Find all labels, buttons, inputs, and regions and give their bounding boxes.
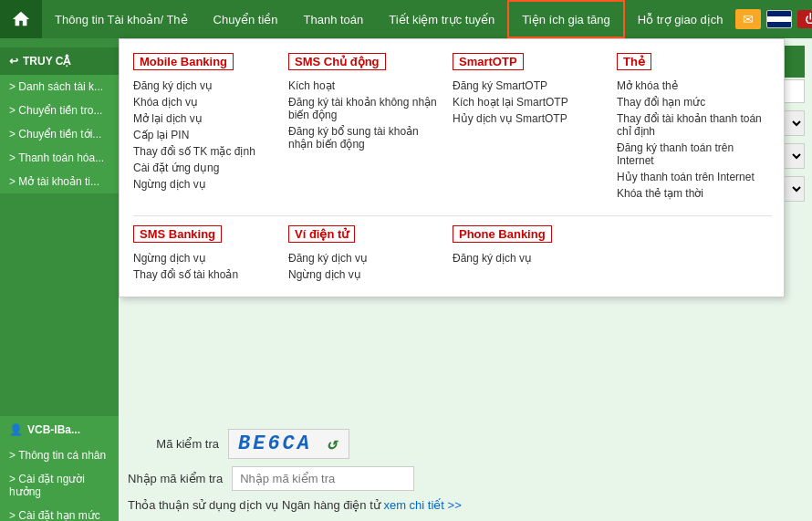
nav-savings[interactable]: Tiết kiệm trực tuyến xyxy=(376,0,507,38)
menu-item[interactable]: Đăng ký bổ sung tài khoản nhận biến động xyxy=(288,123,443,152)
menu-item[interactable]: Đăng ký tài khoản không nhận biến động xyxy=(288,94,443,123)
terms-row: Thỏa thuận sử dụng dịch vụ Ngân hàng điệ… xyxy=(128,498,620,512)
sidebar-item-transfer-internal[interactable]: Chuyển tiền tro... xyxy=(0,99,119,122)
menu-item[interactable]: Đăng ký dịch vụ xyxy=(453,250,608,266)
middle-content: Mobile Banking Đăng ký dịch vụ Khóa dịch… xyxy=(119,38,630,521)
captcha-refresh-icon[interactable]: ↺ xyxy=(327,435,339,453)
mail-icon[interactable]: ✉ xyxy=(735,9,761,29)
sidebar-item-profile[interactable]: Thông tin cá nhân xyxy=(0,443,119,467)
captcha-label: Mã kiểm tra xyxy=(128,437,219,451)
menu-col-mobile-banking: Mobile Banking Đăng ký dịch vụ Khóa dịch… xyxy=(133,53,279,202)
menu-col-smart-otp: SmartOTP Đăng ký SmartOTP Kích hoạt lại … xyxy=(453,53,608,202)
menu-title-sms-banking: SMS Banking xyxy=(133,225,222,243)
menu-item[interactable]: Cài đặt ứng dụng xyxy=(133,160,279,176)
sidebar-section-vcb: 👤 VCB-IBa... Thông tin cá nhân Cài đặt n… xyxy=(0,416,119,521)
top-nav: Thông tin Tài khoản/ Thẻ Chuyển tiền Tha… xyxy=(0,0,812,38)
menu-list-phone-banking: Đăng ký dịch vụ xyxy=(453,250,608,266)
sidebar-vcb-header: 👤 VCB-IBa... xyxy=(0,416,119,443)
menu-item[interactable]: Ngừng dịch vụ xyxy=(288,266,443,283)
menu-item[interactable]: Khóa dịch vụ xyxy=(133,94,279,110)
menu-item[interactable]: Kích hoạt lại SmartOTP xyxy=(453,94,608,110)
home-button[interactable] xyxy=(0,0,42,38)
menu-item[interactable]: Đăng ký SmartOTP xyxy=(453,78,608,94)
menu-list-smart-otp: Đăng ký SmartOTP Kích hoạt lại SmartOTP … xyxy=(453,78,608,127)
menu-title-the: Thẻ xyxy=(617,53,651,70)
menu-bottom-row: SMS Banking Ngừng dịch vụ Thay đổi số tà… xyxy=(133,215,772,283)
sidebar-item-open-account[interactable]: Mở tài khoản ti... xyxy=(0,170,119,193)
menu-title-mobile-banking: Mobile Banking xyxy=(133,53,234,70)
captcha-input-label: Nhập mã kiểm tra xyxy=(128,472,223,485)
captcha-image: BE6CA ↺ xyxy=(228,429,349,459)
menu-item[interactable]: Đăng ký dịch vụ xyxy=(288,250,443,266)
captcha-value: BE6CA xyxy=(238,432,312,455)
menu-item[interactable]: Thay đổi số TK mặc định xyxy=(133,143,279,160)
sidebar-item-transfer-external[interactable]: Chuyển tiền tới... xyxy=(0,122,119,146)
sidebar-truy-cap-label: TRUY CẬ xyxy=(23,55,70,68)
menu-col-vi-dien-tu: Ví điện tử Đăng ký dịch vụ Ngừng dịch vụ xyxy=(288,225,443,283)
menu-item[interactable]: Thay đổi hạn mức xyxy=(617,94,772,110)
menu-title-smart-otp: SmartOTP xyxy=(453,53,524,70)
terms-text: Thỏa thuận sử dụng dịch vụ Ngân hàng điệ… xyxy=(128,498,380,512)
nav-utilities[interactable]: Tiện ích gia tăng xyxy=(507,0,624,38)
form-area: Mã kiểm tra BE6CA ↺ Nhập mã kiểm tra Thỏ… xyxy=(128,429,620,512)
logout-button[interactable]: ⏻ THOÁT xyxy=(797,10,812,28)
menu-list-vi-dien-tu: Đăng ký dịch vụ Ngừng dịch vụ xyxy=(288,250,443,283)
menu-item[interactable]: Cấp lại PIN xyxy=(133,127,279,143)
menu-item[interactable]: Thay đổi số tài khoản xyxy=(133,266,279,283)
menu-col-empty xyxy=(617,225,772,283)
menu-title-phone-banking: Phone Banking xyxy=(453,225,552,243)
sidebar: ↩ TRUY CẬ Danh sách tài k... Chuyển tiền… xyxy=(0,38,119,521)
nav-transfer[interactable]: Chuyển tiền xyxy=(201,0,291,38)
menu-list-sms-chu-dong: Kích hoạt Đăng ký tài khoản không nhận b… xyxy=(288,78,443,152)
mega-menu: Mobile Banking Đăng ký dịch vụ Khóa dịch… xyxy=(119,38,785,297)
terms-link[interactable]: xem chi tiết >> xyxy=(383,498,461,512)
language-flag[interactable] xyxy=(766,10,792,28)
sidebar-header-truy-cap: ↩ TRUY CẬ xyxy=(0,47,119,75)
menu-item[interactable]: Hủy thanh toán trên Internet xyxy=(617,169,772,185)
menu-item[interactable]: Mở khóa thẻ xyxy=(617,78,772,94)
nav-support[interactable]: Hỗ trợ giao dịch xyxy=(625,0,736,38)
menu-title-sms-chu-dong: SMS Chủ động xyxy=(288,53,386,70)
menu-title-vi-dien-tu: Ví điện tử xyxy=(288,225,355,243)
menu-item[interactable]: Mở lại dịch vụ xyxy=(133,110,279,127)
menu-item[interactable]: Đăng ký dịch vụ xyxy=(133,78,279,94)
sidebar-item-payment[interactable]: Thanh toán hóa... xyxy=(0,146,119,170)
menu-item[interactable]: Kích hoạt xyxy=(288,78,443,94)
sidebar-section-truy-cap: ↩ TRUY CẬ Danh sách tài k... Chuyển tiền… xyxy=(0,47,119,193)
sidebar-item-limit[interactable]: Cài đặt hạn mức chuyển tiền xyxy=(0,504,119,521)
menu-col-sms-banking: SMS Banking Ngừng dịch vụ Thay đổi số tà… xyxy=(133,225,279,283)
sidebar-item-beneficiary[interactable]: Cài đặt người hưởng xyxy=(0,467,119,504)
vcb-icon: 👤 xyxy=(9,423,23,436)
menu-col-the: Thẻ Mở khóa thẻ Thay đổi hạn mức Thay đổ… xyxy=(617,53,772,202)
menu-col-sms-chu-dong: SMS Chủ động Kích hoạt Đăng ký tài khoản… xyxy=(288,53,443,202)
menu-item[interactable]: Thay đổi tài khoản thanh toán chỉ định xyxy=(617,110,772,140)
nav-account-info[interactable]: Thông tin Tài khoản/ Thẻ xyxy=(42,0,201,38)
login-icon: ↩ xyxy=(9,55,18,68)
menu-item[interactable]: Ngừng dịch vụ xyxy=(133,250,279,266)
menu-item[interactable]: Ngừng dịch vụ xyxy=(133,176,279,193)
menu-list-sms-banking: Ngừng dịch vụ Thay đổi số tài khoản xyxy=(133,250,279,283)
nav-payment[interactable]: Thanh toán xyxy=(291,0,377,38)
menu-col-phone-banking: Phone Banking Đăng ký dịch vụ xyxy=(453,225,608,283)
menu-list-mobile-banking: Đăng ký dịch vụ Khóa dịch vụ Mở lại dịch… xyxy=(133,78,279,193)
captcha-input-field[interactable] xyxy=(232,466,414,491)
menu-item[interactable]: Đăng ký thanh toán trên Internet xyxy=(617,140,772,169)
sidebar-item-account-list[interactable]: Danh sách tài k... xyxy=(0,75,119,99)
logout-icon: ⏻ xyxy=(805,13,812,26)
sidebar-vcb-label: VCB-IBa... xyxy=(27,423,80,436)
menu-list-the: Mở khóa thẻ Thay đổi hạn mức Thay đổi tà… xyxy=(617,78,772,202)
menu-item[interactable]: Khóa thẻ tạm thời xyxy=(617,185,772,202)
nav-right-controls: ✉ ⏻ THOÁT xyxy=(735,9,812,29)
body-layout: ↩ TRUY CẬ Danh sách tài k... Chuyển tiền… xyxy=(0,38,812,521)
menu-item[interactable]: Hủy dịch vụ SmartOTP xyxy=(453,110,608,127)
